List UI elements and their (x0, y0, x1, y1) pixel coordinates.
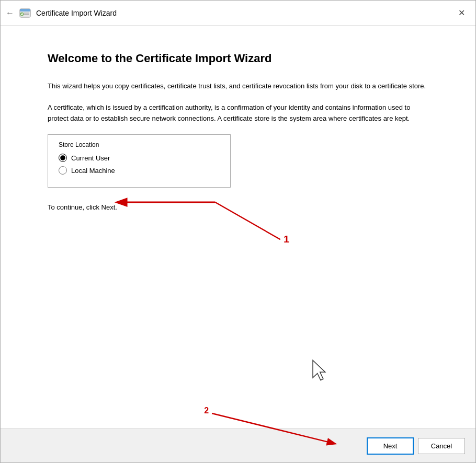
title-bar-left: ← Certificate Import Wizard (6, 7, 117, 19)
footer: 2 Next Cancel (1, 429, 475, 462)
local-machine-option[interactable]: Local Machine (59, 166, 220, 175)
close-button[interactable]: ✕ (455, 8, 468, 18)
cancel-button[interactable]: Cancel (418, 438, 465, 454)
current-user-label: Current User (71, 154, 110, 162)
annotation-1-label: 1 (284, 234, 289, 245)
store-location-group: Store Location Current User Local Machin… (48, 134, 231, 188)
wizard-icon (19, 7, 31, 19)
local-machine-label: Local Machine (71, 167, 115, 175)
back-button[interactable]: ← (6, 8, 14, 18)
main-content: Welcome to the Certificate Import Wizard… (1, 26, 475, 429)
title-bar: ← Certificate Import Wizard ✕ (1, 1, 475, 26)
svg-rect-1 (20, 9, 30, 11)
description-paragraph-1: This wizard helps you copy certificates,… (48, 81, 428, 92)
continue-text: To continue, click Next. (48, 203, 428, 211)
dialog-title: Certificate Import Wizard (36, 9, 117, 17)
current-user-option[interactable]: Current User (59, 154, 220, 162)
local-machine-radio[interactable] (59, 166, 67, 175)
svg-marker-7 (313, 361, 325, 380)
store-location-legend: Store Location (59, 141, 220, 148)
description-paragraph-2: A certificate, which is issued by a cert… (48, 102, 428, 124)
current-user-radio[interactable] (59, 154, 67, 162)
dialog-window: ← Certificate Import Wizard ✕ Welcome to… (0, 0, 476, 463)
page-title: Welcome to the Certificate Import Wizard (48, 52, 428, 65)
next-button[interactable]: Next (367, 437, 414, 455)
